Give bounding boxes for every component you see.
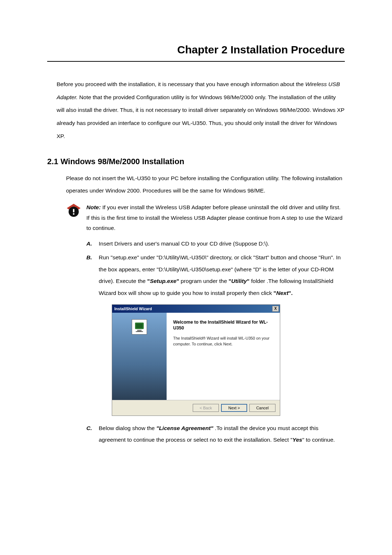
wizard-heading: Welcome to the InstallShield Wizard for …	[173, 319, 273, 332]
section-intro: Please do not insert the WL-U350 to your…	[66, 172, 345, 197]
svg-rect-5	[137, 330, 142, 331]
wizard-titlebar: InstallShield Wizard X	[112, 305, 280, 313]
note-text: Note: If you ever install the Wireless U…	[86, 202, 345, 234]
step-c-body: Below dialog show the "License Agreement…	[99, 422, 345, 446]
note-body: If you ever install the Wireless USB Ada…	[86, 204, 343, 231]
step-letter-b: B.	[86, 252, 99, 299]
wizard-body: Welcome to the InstallShield Wizard for …	[112, 313, 280, 400]
step-letter-c: C.	[86, 422, 99, 446]
computer-icon	[132, 319, 147, 335]
svg-rect-4	[136, 324, 143, 328]
step-a-body: Insert Drivers and user's manual CD to y…	[99, 238, 345, 250]
wizard-side-panel	[112, 313, 167, 400]
installshield-wizard: InstallShield Wizard X Welcome to	[112, 304, 280, 416]
note-icon	[66, 203, 81, 218]
document-page: Chapter 2 Installation Procedure Before …	[0, 0, 392, 555]
back-button: < Back	[193, 404, 219, 412]
note-block: Note: If you ever install the Wireless U…	[66, 202, 345, 234]
svg-rect-6	[136, 331, 143, 332]
step-letter-a: A.	[86, 238, 99, 250]
svg-rect-1	[73, 209, 74, 212]
wizard-title: InstallShield Wizard	[114, 307, 152, 311]
wizard-screenshot: InstallShield Wizard X Welcome to	[47, 304, 345, 416]
close-icon[interactable]: X	[272, 306, 279, 312]
section-title: 2.1 Windows 98/Me/2000 Installation	[47, 157, 345, 166]
steps-list: A. Insert Drivers and user's manual CD t…	[86, 238, 345, 299]
chapter-title: Chapter 2 Installation Procedure	[47, 44, 345, 62]
intro-paragraph: Before you proceed with the installation…	[57, 78, 345, 142]
step-b-body: Run "setup.exe" under "D:\Utility\WL-U35…	[99, 252, 345, 299]
step-a: A. Insert Drivers and user's manual CD t…	[86, 238, 345, 250]
wizard-description: The InstallShield® Wizard will install W…	[173, 336, 273, 347]
svg-point-2	[73, 213, 74, 215]
step-b: B. Run "setup.exe" under "D:\Utility\WL-…	[86, 252, 345, 299]
next-button[interactable]: Next >	[221, 404, 247, 412]
step-c: C. Below dialog show the "License Agreem…	[86, 422, 345, 446]
wizard-content: Welcome to the InstallShield Wizard for …	[167, 313, 280, 400]
intro-text-a: Before you proceed with the installation…	[57, 81, 305, 87]
wizard-buttons: < Back Next > Cancel	[112, 400, 280, 416]
cancel-button[interactable]: Cancel	[249, 404, 275, 412]
intro-text-c: Note that the provided Configuration uti…	[57, 94, 344, 139]
note-label: Note:	[86, 204, 101, 210]
steps-list-cont: C. Below dialog show the "License Agreem…	[86, 422, 345, 446]
